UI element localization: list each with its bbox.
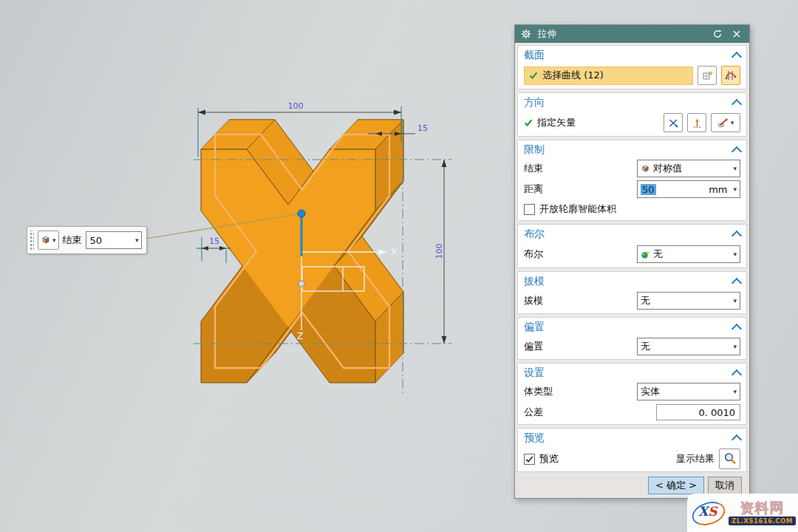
- viewport-annotation-text: 100: [288, 101, 304, 111]
- draft-dropdown[interactable]: 无 ▾: [637, 292, 740, 310]
- end-type-dropdown[interactable]: 对称值 ▾: [637, 160, 740, 177]
- body-type-dropdown[interactable]: 实体 ▾: [637, 383, 740, 400]
- section-card-title: 截面: [524, 49, 545, 62]
- draft-value: 无: [641, 294, 730, 307]
- reset-icon: [712, 29, 723, 39]
- vector-arrow-icon: [692, 117, 703, 129]
- offset-value: 无: [641, 340, 730, 353]
- offset-label: 偏置: [524, 340, 543, 353]
- preview-checkbox[interactable]: [524, 454, 535, 465]
- check-icon: [524, 118, 533, 127]
- distance-unit: mm: [709, 184, 727, 195]
- curve-icon: [725, 69, 737, 81]
- drag-handle-point[interactable]: [298, 210, 305, 217]
- boolean-value: 无: [653, 248, 730, 261]
- end-type-value: 对称值: [653, 162, 730, 175]
- direction-card-header[interactable]: 方向: [518, 93, 746, 112]
- viewport-annotation-text: Z: [297, 331, 303, 341]
- watermark-site-url: ZL.XS1616.COM: [729, 516, 796, 525]
- draft-card-header[interactable]: 拔模: [518, 272, 746, 291]
- watermark-logo-s: S: [708, 504, 717, 519]
- boolean-dropdown[interactable]: 无 ▾: [637, 245, 740, 263]
- ok-button[interactable]: < 确定 >: [648, 477, 704, 494]
- collapse-chevron-icon[interactable]: [732, 324, 742, 334]
- collapse-chevron-icon[interactable]: [732, 146, 742, 157]
- distance-input[interactable]: 50 mm ▾: [637, 180, 740, 198]
- dialog-title: 拉伸: [537, 27, 556, 41]
- end-distance-input[interactable]: 50 ▾: [86, 231, 142, 249]
- boolean-card-header[interactable]: 布尔: [518, 225, 746, 244]
- draft-label: 拔模: [524, 294, 543, 307]
- collapse-chevron-icon[interactable]: [732, 231, 742, 241]
- limits-card: 限制 结束 对称值 ▾: [517, 140, 747, 221]
- datum-axis-icon: [717, 117, 729, 129]
- watermark-logo: XS: [692, 502, 726, 524]
- sketch-section-button[interactable]: [698, 66, 717, 85]
- dimension-arrow: [202, 246, 208, 250]
- collapse-chevron-icon[interactable]: [732, 434, 742, 445]
- dimension-arrow: [394, 110, 401, 115]
- offset-card-header[interactable]: 偏置: [518, 318, 746, 337]
- preview-card-header[interactable]: 预览: [518, 429, 746, 448]
- collapse-chevron-icon[interactable]: [732, 99, 742, 109]
- boolean-card-title: 布尔: [524, 228, 545, 241]
- collapse-chevron-icon[interactable]: [732, 52, 742, 62]
- open-profile-label: 开放轮廓智能体积: [539, 202, 616, 216]
- settings-card: 设置 体类型 实体 ▾ 公差 0. 0010: [517, 363, 747, 425]
- end-label: 结束: [63, 233, 82, 247]
- dialog-titlebar[interactable]: 拉伸: [515, 25, 749, 43]
- reset-button[interactable]: [711, 27, 724, 41]
- extent-type-dropdown[interactable]: ▾: [38, 231, 59, 250]
- draft-card: 拔模 拔模 无 ▾: [517, 271, 747, 314]
- boolean-label: 布尔: [524, 248, 543, 261]
- symmetric-cube-icon: [641, 164, 650, 174]
- open-profile-checkbox[interactable]: [524, 204, 535, 215]
- offset-dropdown[interactable]: 无 ▾: [637, 338, 740, 355]
- dimension-arrow: [198, 110, 205, 115]
- distance-label: 距离: [524, 183, 543, 196]
- vector-type-dropdown[interactable]: ▾: [711, 113, 740, 132]
- application-window: XZ1001515100 ▾ 结束 50 ▾: [0, 0, 798, 532]
- select-curve-label: 选择曲线 (12): [542, 69, 604, 82]
- vector-dialog-button[interactable]: [664, 113, 683, 132]
- boolean-card: 布尔 布尔 无 ▾: [517, 224, 747, 268]
- section-card: 截面 选择曲线 (12): [517, 45, 747, 89]
- chevron-down-icon: ▾: [135, 237, 139, 244]
- chevron-down-icon: ▾: [733, 186, 737, 193]
- draft-card-title: 拔模: [524, 275, 545, 288]
- sketch-section-icon: [702, 70, 713, 81]
- close-button[interactable]: [730, 27, 743, 41]
- show-result-button[interactable]: [719, 449, 740, 469]
- section-card-header[interactable]: 截面: [518, 46, 746, 65]
- tolerance-label: 公差: [524, 406, 543, 419]
- direction-card-title: 方向: [524, 96, 545, 109]
- chevron-down-icon: ▾: [52, 237, 56, 244]
- viewport-annotation-text: 100: [434, 244, 444, 259]
- tolerance-input[interactable]: 0. 0010: [656, 404, 740, 420]
- select-curve-field[interactable]: 选择曲线 (12): [524, 66, 693, 85]
- point-dialog-button[interactable]: [687, 113, 706, 132]
- limits-card-header[interactable]: 限制: [518, 140, 746, 160]
- toolbar-drag-handle[interactable]: [29, 231, 34, 250]
- cancel-button[interactable]: 取消: [708, 477, 742, 494]
- body-type-label: 体类型: [524, 385, 553, 398]
- boolean-none-icon: [641, 250, 650, 259]
- chevron-down-icon: ▾: [733, 344, 737, 350]
- floating-distance-toolbar[interactable]: ▾ 结束 50 ▾: [27, 226, 147, 254]
- chevron-down-icon: ▾: [733, 389, 737, 395]
- extrude-dialog: 拉伸 截面: [514, 24, 750, 499]
- specify-vector-label: 指定矢量: [537, 116, 576, 129]
- chevron-down-icon: ▾: [733, 166, 737, 172]
- chevron-down-icon: ▾: [733, 298, 737, 304]
- dimension-arrow: [442, 336, 447, 344]
- tolerance-value: 0. 0010: [698, 407, 735, 418]
- collapse-chevron-icon[interactable]: [732, 278, 742, 288]
- collapse-chevron-icon[interactable]: [732, 369, 742, 380]
- cube-icon: [41, 235, 51, 245]
- gear-icon: [521, 29, 531, 39]
- show-result-label: 显示结果: [676, 452, 715, 466]
- checkbox-check-icon: [525, 455, 533, 463]
- curve-rule-button[interactable]: [721, 66, 740, 85]
- settings-card-header[interactable]: 设置: [518, 364, 746, 383]
- offset-card: 偏置 偏置 无 ▾: [517, 317, 747, 360]
